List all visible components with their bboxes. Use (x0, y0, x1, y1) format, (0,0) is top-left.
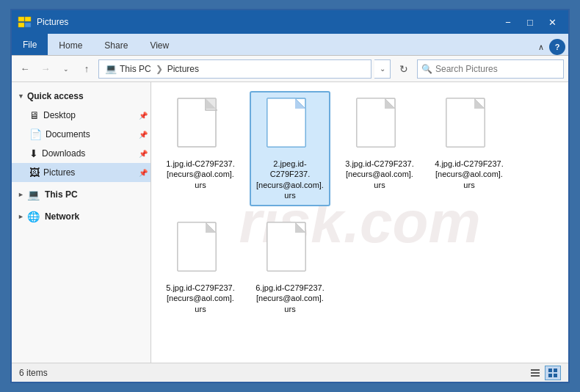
desktop-label: Desktop (43, 110, 135, 120)
path-pictures[interactable]: Pictures (167, 64, 199, 74)
sidebar-item-quick-access[interactable]: ▼ Quick access (12, 87, 151, 106)
sidebar-item-this-pc[interactable]: ► 💻 This PC (12, 185, 151, 204)
large-icon-view-button[interactable] (545, 366, 561, 380)
file-icon (175, 97, 226, 156)
svg-rect-12 (531, 375, 540, 377)
file-icon (354, 97, 405, 156)
window-icon (18, 15, 32, 29)
network-label: Network (45, 211, 79, 222)
ribbon-right: ∧ ? (533, 39, 568, 55)
path-dropdown-button[interactable]: ⌄ (374, 59, 391, 79)
pictures-icon: 🖼 (29, 167, 40, 178)
refresh-button[interactable]: ↻ (394, 59, 414, 79)
desktop-icon: 🖥 (29, 109, 40, 121)
dropdown-recent-button[interactable]: ⌄ (57, 60, 75, 78)
sidebar-item-pictures[interactable]: 🖼 Pictures 📌 (12, 163, 151, 182)
sidebar-item-network[interactable]: ► 🌐 Network (12, 207, 151, 226)
restore-button[interactable]: □ (520, 14, 540, 30)
search-box[interactable]: 🔍 (417, 59, 564, 79)
documents-icon: 📄 (29, 128, 42, 140)
path-icon: 💻 (105, 63, 117, 74)
list-view-button[interactable] (527, 366, 543, 380)
titlebar: Pictures − □ ✕ (12, 10, 568, 34)
file-icon (443, 97, 495, 156)
close-button[interactable]: ✕ (542, 14, 562, 30)
tab-home[interactable]: Home (48, 35, 93, 55)
this-pc-icon: 💻 (27, 189, 40, 200)
pin-icon3: 📌 (139, 150, 148, 158)
file-name: 1.jpg.id-C279F237.[necurs@aol.com].urs (166, 159, 235, 190)
svg-rect-13 (548, 369, 552, 372)
file-icon (264, 97, 316, 156)
this-pc-label: This PC (45, 189, 78, 200)
file-area: risk.com 1.jpg.id-C279F237.[necurs@aol.c… (151, 82, 568, 363)
svg-rect-16 (554, 374, 557, 377)
search-input[interactable] (435, 64, 563, 74)
file-item[interactable]: 3.jpg.id-C279F237.[necurs@aol.com].urs (339, 91, 420, 206)
pin-icon: 📌 (139, 112, 148, 120)
statusbar: 6 items (12, 363, 568, 382)
svg-rect-1 (25, 17, 31, 21)
sidebar-item-downloads[interactable]: ⬇ Downloads 📌 (12, 144, 151, 163)
tab-file[interactable]: File (12, 33, 48, 55)
path-this-pc[interactable]: This PC (120, 64, 151, 74)
expand-arrow3-icon: ► (18, 213, 24, 220)
address-path[interactable]: 💻 This PC ❯ Pictures (98, 59, 371, 79)
file-name: 6.jpg.id-C279F237.[necurs@aol.com].urs (255, 283, 325, 314)
downloads-icon: ⬇ (29, 148, 38, 159)
documents-label: Documents (46, 129, 135, 139)
minimize-button[interactable]: − (498, 14, 518, 30)
back-button[interactable]: ← (16, 60, 34, 78)
pin-icon2: 📌 (139, 131, 148, 139)
addressbar: ← → ⌄ ↑ 💻 This PC ❯ Pictures ⌄ ↻ 🔍 (12, 56, 568, 82)
svg-rect-2 (18, 23, 24, 27)
tab-share[interactable]: Share (93, 35, 139, 55)
svg-rect-11 (531, 372, 540, 374)
sidebar-item-documents[interactable]: 📄 Documents 📌 (12, 125, 151, 144)
pin-icon4: 📌 (139, 169, 148, 177)
help-icon[interactable]: ? (549, 39, 565, 55)
window-controls: − □ ✕ (498, 14, 562, 30)
svg-rect-14 (554, 369, 557, 372)
file-item[interactable]: 6.jpg.id-C279F237.[necurs@aol.com].urs (250, 215, 330, 320)
view-controls (527, 366, 561, 380)
expand-arrow-icon: ▼ (18, 92, 24, 100)
tab-view[interactable]: View (139, 35, 180, 55)
file-icon (264, 221, 316, 280)
main-content: ▼ Quick access 🖥 Desktop 📌 📄 Documents 📌… (12, 82, 568, 363)
explorer-window: Pictures − □ ✕ File Home Share View ∧ ? … (10, 9, 570, 383)
network-icon: 🌐 (27, 211, 40, 222)
file-name: 2.jpeg.id-C279F237.[necurs@aol.com].urs (255, 159, 325, 200)
svg-rect-3 (25, 23, 31, 27)
ribbon-tabs: File Home Share View ∧ ? (12, 34, 568, 56)
sidebar-item-desktop[interactable]: 🖥 Desktop 📌 (12, 106, 151, 125)
window-title: Pictures (37, 17, 498, 27)
file-item[interactable]: 1.jpg.id-C279F237.[necurs@aol.com].urs (160, 91, 241, 206)
svg-rect-15 (548, 374, 552, 377)
file-item[interactable]: 4.jpg.id-C279F237.[necurs@aol.com].urs (429, 91, 510, 206)
file-item[interactable]: 5.jpg.id-C279F237.[necurs@aol.com].urs (160, 215, 241, 320)
files-grid: 1.jpg.id-C279F237.[necurs@aol.com].urs 2… (160, 91, 559, 320)
sidebar: ▼ Quick access 🖥 Desktop 📌 📄 Documents 📌… (12, 82, 151, 363)
downloads-label: Downloads (42, 148, 135, 159)
file-icon (175, 221, 226, 280)
expand-arrow2-icon: ► (18, 191, 24, 198)
svg-rect-0 (18, 17, 24, 21)
item-count: 6 items (19, 368, 48, 378)
ribbon-collapse-icon[interactable]: ∧ (533, 39, 549, 55)
svg-rect-10 (531, 369, 540, 371)
search-icon: 🔍 (418, 60, 435, 78)
file-name: 4.jpg.id-C279F237.[necurs@aol.com].urs (435, 159, 504, 190)
quick-access-label: Quick access (27, 91, 84, 101)
path-sep1: ❯ (156, 64, 163, 74)
file-item[interactable]: 2.jpeg.id-C279F237.[necurs@aol.com].urs (250, 91, 330, 206)
forward-button[interactable]: → (37, 60, 54, 78)
up-button[interactable]: ↑ (78, 60, 95, 78)
file-name: 5.jpg.id-C279F237.[necurs@aol.com].urs (166, 283, 235, 314)
file-name: 3.jpg.id-C279F237.[necurs@aol.com].urs (345, 159, 414, 190)
ribbon: File Home Share View ∧ ? (12, 34, 568, 56)
pictures-label: Pictures (43, 167, 135, 178)
